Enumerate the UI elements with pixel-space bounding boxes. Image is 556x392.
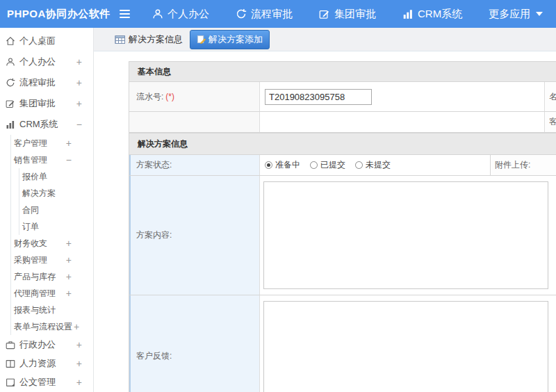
home-icon	[6, 36, 15, 46]
briefcase-icon	[6, 340, 15, 350]
solution-content-row: 方案内容:	[129, 176, 556, 295]
sidebar-item-finance[interactable]: 财务收支 +	[0, 235, 93, 252]
nav-process-approval[interactable]: 流程审批	[236, 8, 293, 21]
radio-label: 准备中	[275, 159, 300, 171]
sidebar-item-label: 采购管理	[14, 254, 47, 266]
expander[interactable]: +	[66, 288, 72, 299]
nav-personal-office[interactable]: 个人办公	[152, 8, 209, 21]
basic-info-section: 基本信息 流水号: (*) 名称 客户	[129, 61, 556, 133]
nav-more-apps[interactable]: 更多应用	[489, 8, 543, 21]
sidebar-item-document-mgmt[interactable]: 公文管理 +	[0, 373, 93, 391]
solution-content-label: 方案内容:	[129, 176, 260, 295]
solution-content-textarea[interactable]	[263, 181, 548, 289]
customer-feedback-row: 客户反馈:	[129, 295, 556, 392]
expander[interactable]: +	[76, 77, 82, 88]
nav-group-approval[interactable]: 集团审批	[319, 8, 376, 21]
sidebar-item-label: 解决方案	[22, 188, 56, 199]
sidebar-item-quotation[interactable]: 报价单	[0, 168, 93, 185]
main-content: 解决方案信息 解决方案添加 基本信息 流水号: (*) 名称	[94, 28, 556, 392]
radio-status-preparing[interactable]: 准备中	[265, 159, 300, 171]
sidebar-item-label: 个人办公	[19, 56, 56, 68]
radio-label: 未提交	[366, 159, 391, 171]
sidebar-item-label: 个人桌面	[19, 35, 56, 47]
sidebar-item-label: 客户管理	[14, 138, 47, 149]
expander[interactable]: +	[76, 377, 82, 388]
attachment-upload-label: 附件上传:	[491, 155, 556, 175]
solution-info-section: 解决方案信息 方案状态: 准备中 已提交 未提交	[129, 133, 556, 392]
radio-status-not-submitted[interactable]: 未提交	[355, 159, 391, 171]
name-label: 名称	[545, 82, 556, 111]
serial-number-cell	[260, 82, 545, 111]
expander[interactable]: −	[66, 154, 72, 165]
status-row: 方案状态: 准备中 已提交 未提交 附件上传:	[129, 155, 556, 176]
sidebar-item-form-process-settings[interactable]: 表单与流程设置 +	[0, 318, 93, 335]
expander[interactable]: +	[76, 358, 82, 369]
expander[interactable]: −	[76, 119, 82, 130]
radio-status-submitted[interactable]: 已提交	[310, 159, 345, 171]
sidebar-item-personal-office[interactable]: 个人办公 +	[0, 51, 93, 72]
sidebar-item-customer-mgmt[interactable]: 客户管理 +	[0, 135, 93, 152]
book-icon	[6, 359, 15, 368]
sidebar-item-solution[interactable]: 解决方案	[0, 185, 93, 202]
sidebar-item-reports-stats[interactable]: 报表与统计	[0, 302, 93, 318]
indent-guide	[19, 168, 19, 235]
caret-down-icon	[536, 12, 543, 16]
sidebar-item-purchasing[interactable]: 采购管理 +	[0, 252, 93, 268]
customer-label: 客户	[545, 112, 556, 132]
status-label: 方案状态:	[129, 155, 260, 175]
sidebar-item-crm-system[interactable]: CRM系统 −	[0, 114, 93, 135]
sidebar-item-label: CRM系统	[19, 118, 58, 131]
sidebar-item-label: 报表与统计	[14, 304, 56, 316]
sidebar-item-personal-desktop[interactable]: 个人桌面	[0, 31, 93, 51]
customer-feedback-cell	[260, 295, 556, 392]
empty-label-cell	[129, 112, 260, 132]
hamburger-menu-icon[interactable]	[120, 10, 130, 18]
tab-solution-info[interactable]: 解决方案信息	[115, 33, 183, 46]
sidebar-item-label: 产品与库存	[14, 271, 56, 283]
sidebar: 个人桌面 个人办公 + 流程审批 + 集团审批 + CRM系统 − 客户管理 +…	[0, 28, 94, 392]
sidebar-item-human-resources[interactable]: 人力资源 +	[0, 354, 93, 373]
approval-icon	[6, 99, 15, 108]
nav-label: 集团审批	[334, 8, 376, 21]
expander[interactable]: +	[66, 138, 72, 149]
add-solution-icon	[197, 35, 206, 44]
sidebar-item-order[interactable]: 订单	[0, 218, 93, 235]
expander[interactable]: +	[66, 238, 72, 249]
sidebar-item-contract[interactable]: 合同	[0, 202, 93, 218]
sidebar-item-label: 销售管理	[14, 154, 47, 166]
sidebar-item-label: 表单与流程设置	[14, 321, 72, 333]
serial-number-row: 流水号: (*) 名称	[129, 82, 556, 112]
indent-guide	[10, 135, 11, 335]
required-mark: (*)	[165, 92, 174, 101]
solution-add-form: 基本信息 流水号: (*) 名称 客户 解决方案信息 方案状态:	[129, 61, 556, 392]
sidebar-item-agent-mgmt[interactable]: 代理商管理 +	[0, 285, 93, 302]
sidebar-item-sales-mgmt[interactable]: 销售管理 −	[0, 152, 93, 168]
sidebar-item-label: 代理商管理	[14, 288, 56, 300]
sidebar-item-admin-office[interactable]: 行政办公 +	[0, 335, 93, 354]
nav-label: 更多应用	[489, 8, 530, 21]
serial-number-label: 流水号: (*)	[129, 82, 260, 111]
customer-feedback-label: 客户反馈:	[129, 295, 260, 392]
tab-solution-add[interactable]: 解决方案添加	[190, 30, 270, 49]
expander[interactable]: +	[76, 98, 82, 109]
serial-number-input[interactable]	[265, 89, 372, 105]
process-icon	[236, 8, 247, 19]
empty-value-cell	[260, 112, 545, 132]
nav-crm-system[interactable]: CRM系统	[402, 8, 462, 21]
expander[interactable]: +	[76, 339, 82, 350]
sidebar-item-group-approval[interactable]: 集团审批 +	[0, 93, 93, 114]
doc-icon	[6, 377, 15, 387]
expander[interactable]: +	[76, 56, 82, 67]
sidebar-item-process-approval[interactable]: 流程审批 +	[0, 72, 93, 93]
radio-checked-icon	[265, 161, 272, 169]
radio-icon	[310, 161, 318, 169]
expander[interactable]: +	[66, 254, 72, 266]
expander[interactable]: +	[74, 321, 79, 332]
expander[interactable]: +	[66, 271, 72, 282]
radio-label: 已提交	[320, 159, 345, 171]
nav-label: 流程审批	[251, 8, 293, 21]
sidebar-item-label: 合同	[22, 204, 39, 216]
sidebar-item-products-inventory[interactable]: 产品与库存 +	[0, 268, 93, 285]
sidebar-item-label: 行政办公	[19, 338, 56, 351]
customer-feedback-textarea[interactable]	[263, 301, 548, 392]
